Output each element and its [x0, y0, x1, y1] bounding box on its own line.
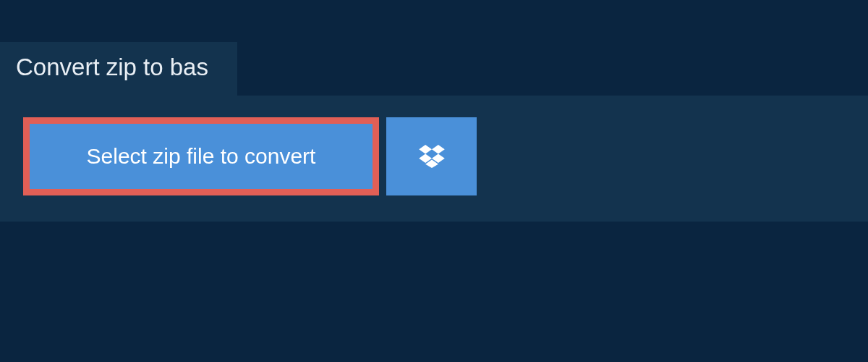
tab-title: Convert zip to bas [16, 54, 208, 80]
dropbox-button[interactable] [386, 117, 477, 195]
dropbox-icon [419, 145, 445, 168]
select-file-label: Select zip file to convert [87, 144, 316, 169]
select-file-button[interactable]: Select zip file to convert [23, 117, 379, 195]
tab-bar: Convert zip to bas [0, 0, 868, 96]
tab-convert[interactable]: Convert zip to bas [0, 42, 237, 96]
convert-panel: Select zip file to convert [0, 96, 868, 222]
